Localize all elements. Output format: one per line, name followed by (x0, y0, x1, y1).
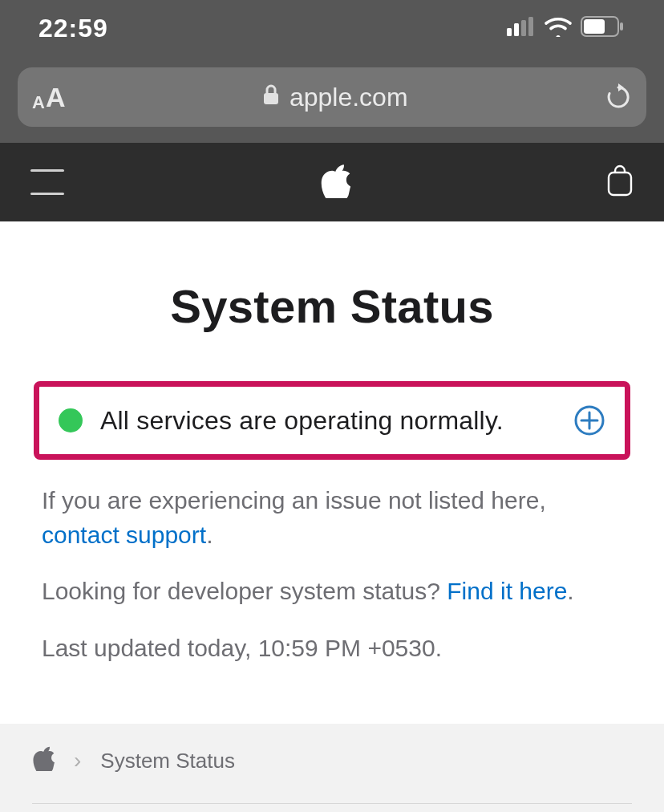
wifi-icon (544, 16, 573, 40)
svg-rect-3 (528, 17, 533, 36)
shopping-bag-button[interactable] (606, 164, 634, 200)
page-content: System Status All services are operating… (0, 279, 664, 665)
status-summary-row[interactable]: All services are operating normally. (34, 381, 630, 460)
menu-button[interactable] (30, 169, 64, 195)
text-size-button[interactable]: AA (32, 82, 65, 113)
dev-text-prefix: Looking for developer system status? (42, 578, 447, 604)
dev-text-suffix: . (567, 578, 573, 604)
safari-chrome: AA apple.com (0, 56, 664, 143)
contact-support-link[interactable]: contact support (42, 522, 206, 548)
apple-global-nav (0, 143, 664, 221)
breadcrumb-current: System Status (100, 749, 235, 773)
chevron-right-icon: › (74, 748, 81, 773)
status-dot-icon (59, 408, 83, 432)
lock-icon (262, 83, 280, 112)
battery-icon (581, 16, 626, 40)
reload-button[interactable] (605, 83, 632, 111)
issue-text-suffix: . (206, 522, 213, 548)
svg-rect-8 (609, 173, 631, 195)
page-title: System Status (0, 279, 664, 333)
status-time: 22:59 (38, 14, 108, 43)
cellular-icon (507, 17, 536, 39)
last-updated-text: Last updated today, 10:59 PM +0530. (42, 631, 622, 666)
svg-rect-1 (514, 23, 519, 36)
issue-text-prefix: If you are experiencing an issue not lis… (42, 487, 546, 514)
status-summary-text: All services are operating normally. (100, 406, 556, 436)
expand-button[interactable] (573, 404, 605, 436)
url-display[interactable]: apple.com (65, 83, 605, 112)
url-bar[interactable]: AA apple.com (18, 67, 646, 127)
body-text: If you are experiencing an issue not lis… (0, 460, 664, 665)
svg-rect-7 (264, 93, 278, 104)
status-icons (507, 16, 626, 40)
svg-rect-5 (584, 19, 605, 34)
breadcrumb: › System Status (0, 724, 664, 812)
ios-status-bar: 22:59 (0, 0, 664, 56)
svg-rect-2 (521, 20, 526, 36)
divider (32, 803, 632, 804)
url-domain: apple.com (289, 83, 408, 112)
svg-rect-6 (620, 22, 623, 30)
apple-logo[interactable] (320, 163, 350, 201)
svg-rect-0 (507, 28, 512, 36)
developer-status-link[interactable]: Find it here (447, 578, 567, 604)
breadcrumb-home-icon[interactable] (32, 745, 55, 777)
